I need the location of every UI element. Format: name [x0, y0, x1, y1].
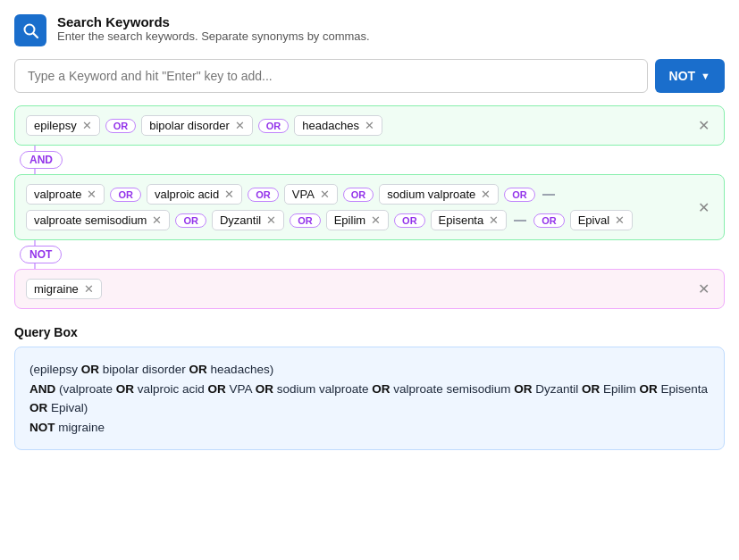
chip-remove-button[interactable]: ✕	[320, 188, 330, 200]
search-row: NOT ▼	[14, 59, 725, 93]
query-line-2: AND (valproate OR valproic acid OR VPA O…	[29, 382, 708, 415]
or-badge: OR	[258, 119, 290, 133]
tag-chip-dyzantil: Dyzantil ✕	[212, 210, 284, 230]
tag-chip-valproic-acid: valproic acid ✕	[147, 184, 242, 205]
group-remove-button[interactable]: ✕	[694, 197, 713, 218]
not-badge: NOT	[20, 246, 62, 263]
or-badge: OR	[175, 213, 206, 228]
query-line-1: (epilepsy OR bipolar disorder OR headach…	[29, 363, 273, 376]
tag-chip-migraine: migraine ✕	[26, 279, 102, 299]
or-badge: OR	[110, 188, 141, 202]
query-box-content: (epilepsy OR bipolar disorder OR headach…	[14, 347, 725, 450]
groups-container: epilepsy ✕ OR bipolar disorder ✕ OR head…	[14, 105, 725, 309]
header-title: Search Keywords	[57, 14, 370, 29]
chip-label: sodium valproate	[387, 188, 475, 201]
tag-chip-episenta: Episenta ✕	[431, 210, 508, 230]
header-subtitle: Enter the search keywords. Separate syno…	[57, 29, 370, 43]
chevron-down-icon: ▼	[701, 71, 710, 81]
not-button-label: NOT	[669, 69, 696, 83]
keyword-group-3: migraine ✕ ✕	[14, 269, 725, 309]
search-input[interactable]	[14, 59, 648, 93]
chip-label: bipolar disorder	[149, 119, 230, 132]
chip-label: Episenta	[439, 213, 484, 227]
or-badge: OR	[394, 213, 425, 228]
header: Search Keywords Enter the search keyword…	[14, 14, 725, 46]
chip-label: epilepsy	[34, 119, 77, 132]
app-icon	[14, 14, 46, 46]
not-button[interactable]: NOT ▼	[655, 59, 725, 93]
query-box-section: Query Box (epilepsy OR bipolar disorder …	[14, 325, 725, 450]
chip-remove-button[interactable]: ✕	[481, 188, 491, 200]
tag-chip-valproate-semisodium: valproate semisodium ✕	[26, 210, 170, 230]
svg-line-1	[34, 34, 38, 38]
query-box-title: Query Box	[14, 325, 725, 339]
tag-chip-epilim: Epilim ✕	[326, 210, 389, 230]
tag-chip-epival: Epival ✕	[570, 210, 633, 230]
chip-label: valproate semisodium	[34, 213, 147, 227]
or-badge: OR	[343, 188, 374, 202]
chip-label: Dyzantil	[220, 213, 261, 227]
query-line-3: NOT migraine	[29, 421, 105, 434]
chip-label: Epilim	[334, 213, 365, 227]
group-remove-button[interactable]: ✕	[694, 115, 713, 136]
chip-label: headaches	[302, 119, 359, 132]
chip-remove-button[interactable]: ✕	[84, 283, 94, 295]
keyword-group-3-inner: migraine ✕	[26, 279, 689, 299]
keyword-group-2-inner: valproate ✕ OR valproic acid ✕ OR VPA ✕ …	[26, 184, 689, 230]
tag-chip-bipolar: bipolar disorder ✕	[141, 115, 253, 136]
keyword-group-1-inner: epilepsy ✕ OR bipolar disorder ✕ OR head…	[26, 115, 689, 136]
tag-chip-epilepsy: epilepsy ✕	[26, 115, 100, 136]
group-remove-button[interactable]: ✕	[694, 279, 713, 299]
chip-remove-button[interactable]: ✕	[224, 188, 234, 200]
keyword-group-2: valproate ✕ OR valproic acid ✕ OR VPA ✕ …	[14, 174, 725, 240]
chip-label: Epival	[578, 213, 609, 227]
chip-remove-button[interactable]: ✕	[615, 214, 625, 226]
or-badge: OR	[248, 188, 279, 202]
chip-remove-button[interactable]: ✕	[152, 214, 162, 226]
keyword-group-1: epilepsy ✕ OR bipolar disorder ✕ OR head…	[14, 105, 725, 146]
chip-remove-button[interactable]: ✕	[82, 120, 92, 131]
chip-remove-button[interactable]: ✕	[87, 188, 97, 200]
header-text: Search Keywords Enter the search keyword…	[57, 14, 370, 43]
chip-label: valproic acid	[155, 188, 219, 201]
chip-remove-button[interactable]: ✕	[235, 120, 245, 131]
not-connector: NOT	[14, 240, 725, 269]
tag-chip-headaches: headaches ✕	[294, 115, 382, 136]
chip-remove-button[interactable]: ✕	[371, 214, 381, 226]
chip-label: VPA	[292, 188, 315, 201]
chip-remove-button[interactable]: ✕	[266, 214, 276, 226]
chip-remove-button[interactable]: ✕	[365, 120, 374, 131]
tag-chip-sodium-valproate: sodium valproate ✕	[379, 184, 499, 205]
chip-label: valproate	[34, 188, 81, 201]
chip-remove-button[interactable]: ✕	[489, 214, 499, 226]
tag-chip-valproate: valproate ✕	[26, 184, 105, 205]
or-badge: OR	[105, 119, 137, 133]
and-connector: AND	[14, 146, 725, 174]
tag-chip-vpa: VPA ✕	[284, 184, 338, 205]
chip-label: migraine	[34, 282, 79, 296]
dash-line	[542, 194, 555, 196]
dash-line	[514, 220, 526, 221]
or-badge: OR	[290, 213, 321, 228]
or-badge: OR	[504, 188, 535, 202]
and-badge: AND	[20, 151, 63, 169]
or-badge: OR	[533, 213, 565, 228]
